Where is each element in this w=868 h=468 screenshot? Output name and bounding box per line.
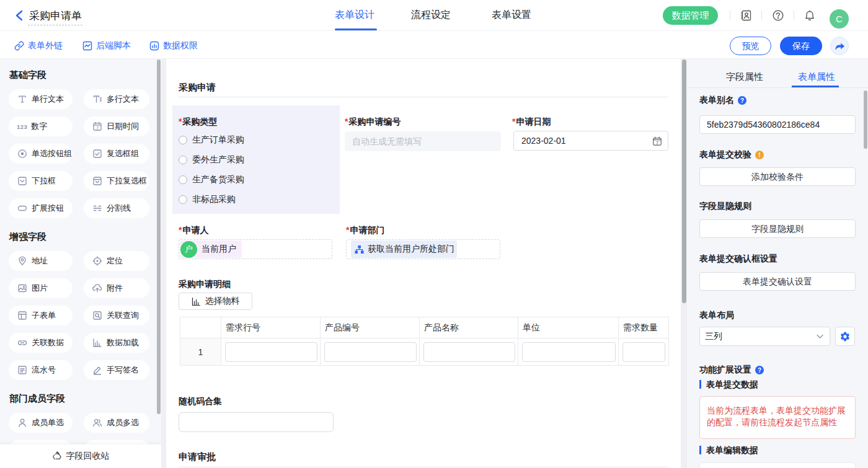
svg-text:7: 7 (96, 125, 99, 131)
svg-text:7: 7 (656, 140, 659, 146)
